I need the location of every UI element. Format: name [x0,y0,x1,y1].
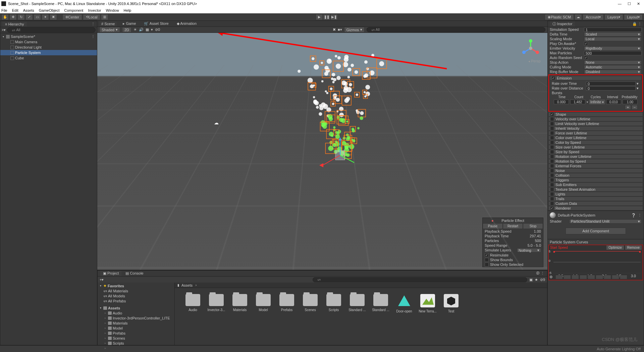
show-bounds-checkbox[interactable]: Show Bounds [483,257,543,262]
filter-icon[interactable]: ▣ [529,278,533,282]
emission-label[interactable]: Emission [557,76,572,80]
asset-materials[interactable]: Materials [232,294,248,339]
gizmos-dropdown[interactable]: Gizmos ▾ [344,27,365,33]
curve-preset-5[interactable] [596,275,603,279]
rotate-tool-icon[interactable]: ↻ [17,14,25,20]
module-renderer[interactable]: ✓Renderer [548,206,643,211]
scene-search-input[interactable]: ᔕ All [367,27,545,32]
module-lights[interactable]: Lights [548,192,643,196]
curve-preset-4[interactable] [588,275,595,279]
2d-toggle[interactable]: 2D [122,27,131,33]
inspector-tab[interactable]: ⓘ Inspector [550,21,575,27]
orientation-gizmo[interactable] [521,38,541,58]
assets-root[interactable]: ▾Assets [98,305,174,310]
hierarchy-item-particle-system[interactable]: Particle System [0,50,97,55]
tab-game[interactable]: ▸ Game [121,21,138,26]
module-size-over-lifetime[interactable]: Size over Lifetime [548,145,643,150]
hierarchy-item-cube[interactable]: Cube [0,55,97,61]
restart-button[interactable]: Restart [503,223,523,229]
module-shape[interactable]: ✓Shape [548,112,643,117]
hand-tool-icon[interactable]: ✋ [1,14,9,20]
folder-scenes[interactable]: ▸Scenes [98,336,174,341]
camera-icon[interactable]: ✖ [333,27,336,32]
folder-audio[interactable]: ▸Audio [98,310,174,315]
burst-interval-input[interactable]: 0.010 [606,100,621,104]
add-component-button[interactable]: Add Component [566,228,626,234]
fx-icon[interactable]: ▦ [146,27,149,32]
module-sub-emitters[interactable]: Sub Emitters [548,182,643,187]
scene-root[interactable]: ▾SampleScene*⋮ [0,34,97,39]
curve-preset-7[interactable] [612,275,619,279]
step-button[interactable]: ▶❚ [330,14,338,20]
tab-scene[interactable]: # Scene [99,21,117,26]
projection-label[interactable]: ◂ Persp [528,59,541,63]
tab-asset-store[interactable]: 🛒 Asset Store [142,21,170,26]
module-force-over-lifetime[interactable]: Force over Lifetime [548,131,643,135]
layout-dropdown[interactable]: Layout ▾ [624,14,643,20]
menu-gameobject[interactable]: GameObject [39,8,60,12]
asset-new-terra-[interactable]: New Terra... [420,294,436,339]
module-velocity-over-lifetime[interactable]: Velocity over Lifetime [548,117,643,121]
hierarchy-item-directional-light[interactable]: Directional Light [0,45,97,50]
grid-snap-icon[interactable]: ⊞ [101,14,108,20]
project-tab[interactable]: ▣ Project [100,271,121,276]
material-help-icon[interactable]: ❔ [631,213,636,218]
module-collision[interactable]: Collision [548,173,643,178]
custom-tool-icon[interactable]: ✖ [50,14,57,20]
fav-all-materials[interactable]: ᔕAll Materials [98,288,174,293]
plastic-scm-button[interactable]: ◉Plastic SCM [545,14,574,20]
scene-viewport[interactable]: ☁ [97,33,547,270]
burst-probability-input[interactable]: 1.00 [623,100,638,104]
module-noise[interactable]: Noise [548,168,643,173]
hierarchy-search-input[interactable]: ᔕ All [7,27,96,33]
rate-over-distance-input[interactable]: 0 [586,86,636,91]
curve-preset-8[interactable] [620,275,627,279]
curve-preset-2[interactable] [572,275,579,279]
remove-curve-button[interactable]: Remove [625,245,642,250]
resimulate-checkbox[interactable]: ✓Resimulate [483,253,543,257]
pause-button[interactable]: ❚❚ [323,14,330,20]
tab-animation[interactable]: ◆ Animation [175,21,199,26]
asset-standard-[interactable]: Standard ... [373,294,389,339]
module-size-by-speed[interactable]: Size by Speed [548,150,643,154]
asset-model[interactable]: Model [255,294,271,339]
tools-icon[interactable]: ■▾ [338,27,342,32]
console-tab[interactable]: ▤ Console [125,271,143,276]
light-icon[interactable]: ☀ [133,27,137,32]
maximize-button[interactable]: ☐ [628,2,631,6]
optimize-button[interactable]: Optimize [606,245,624,250]
close-button[interactable]: ✕ [637,2,640,6]
curve-preset-6[interactable] [604,275,611,279]
transform-tool-icon[interactable]: ✦ [42,14,49,20]
cloud-icon[interactable]: ☁ [575,14,582,20]
pivot-local-button[interactable]: ⟲Local [83,14,100,20]
folder-materials[interactable]: ▸Materials [98,320,174,326]
asset-door-open[interactable]: Door-open [396,294,412,339]
menu-invector[interactable]: Invector [88,8,101,12]
pause-button[interactable]: Pause [483,223,503,229]
module-triggers[interactable]: Triggers [548,178,643,182]
curve-settings-icon[interactable]: ⚙ [549,275,553,279]
folder-model[interactable]: ▸Model [98,326,174,331]
asset-scripts[interactable]: Scripts [326,294,342,339]
create-asset-dropdown[interactable]: +▾ [100,278,104,282]
module-inherit-velocity[interactable]: Inherit Velocity [548,126,643,131]
emission-checkbox[interactable]: ✓ [551,76,555,80]
menu-assets[interactable]: Assets [23,8,34,12]
module-texture-sheet-animation[interactable]: Texture Sheet Animation [548,187,643,192]
menu-file[interactable]: File [1,8,7,12]
module-external-forces[interactable]: External Forces [548,164,643,168]
favorites-root[interactable]: ▾★Favorites [98,283,174,288]
simulate-layers-dropdown[interactable]: Nothing▾ [517,248,541,252]
scene-vis-icon[interactable]: ▾ [151,27,153,32]
menu-help[interactable]: Help [124,8,131,12]
shader-dropdown[interactable]: Particles/Standard Unlit▾ [569,219,642,224]
asset-scenes[interactable]: Scenes [302,294,318,339]
create-dropdown[interactable]: +▾ [2,28,6,32]
material-name[interactable]: Default-ParticleSystem [558,213,629,217]
menu-edit[interactable]: Edit [12,8,18,12]
panel-menu-icon[interactable]: ⦿ ⋮ [536,271,544,276]
hierarchy-tab[interactable]: ≡ Hierarchy [2,22,27,26]
module-rotation-over-lifetime[interactable]: Rotation over Lifetime [548,154,643,159]
minimize-button[interactable]: — [618,2,622,6]
